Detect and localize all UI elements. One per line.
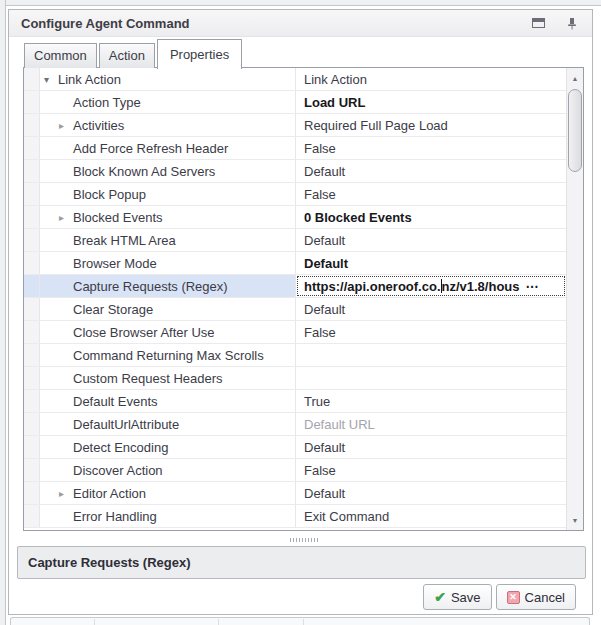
splitter-grip-icon[interactable] bbox=[290, 538, 318, 542]
property-label[interactable]: ▸Blocked Events bbox=[40, 206, 296, 228]
property-value[interactable]: Default bbox=[296, 160, 566, 182]
row-indicator bbox=[24, 68, 40, 90]
property-value[interactable]: False bbox=[296, 137, 566, 159]
tab-properties[interactable]: Properties bbox=[157, 39, 242, 69]
property-label[interactable]: ▸Activities bbox=[40, 114, 296, 136]
property-value[interactable]: True bbox=[296, 390, 566, 412]
property-value[interactable]: Default bbox=[296, 229, 566, 251]
background-window-top-edge bbox=[0, 0, 601, 6]
property-label-text: Break HTML Area bbox=[73, 233, 176, 248]
save-button[interactable]: ✔ Save bbox=[423, 584, 491, 610]
cancel-button[interactable]: ✕ Cancel bbox=[496, 584, 576, 610]
configure-agent-command-dialog: Configure Agent Command Common Action Pr… bbox=[8, 9, 593, 615]
property-row[interactable]: Action TypeLoad URL bbox=[24, 91, 566, 114]
property-row[interactable]: Add Force Refresh HeaderFalse bbox=[24, 137, 566, 160]
property-row[interactable]: Error HandlingExit Command bbox=[24, 505, 566, 528]
property-row[interactable]: Block Known Ad ServersDefault bbox=[24, 160, 566, 183]
property-label-text: Activities bbox=[73, 118, 124, 133]
property-row[interactable]: Command Returning Max Scrolls bbox=[24, 344, 566, 367]
expand-icon[interactable]: ▸ bbox=[59, 120, 73, 131]
property-row[interactable]: ▾Link ActionLink Action bbox=[24, 68, 566, 91]
row-indicator bbox=[24, 436, 40, 458]
property-value[interactable]: 0 Blocked Events bbox=[296, 206, 566, 228]
property-label[interactable]: Discover Action bbox=[40, 459, 296, 481]
property-value[interactable]: https://api.oneroof.co.nz/v1.8/hous⋯ bbox=[296, 275, 566, 297]
property-row[interactable]: Discover ActionFalse bbox=[24, 459, 566, 482]
property-value[interactable] bbox=[296, 367, 566, 389]
property-value[interactable]: Default bbox=[296, 482, 566, 504]
property-value[interactable]: Default bbox=[296, 252, 566, 274]
property-row[interactable]: Browser ModeDefault bbox=[24, 252, 566, 275]
property-label[interactable]: Add Force Refresh Header bbox=[40, 137, 296, 159]
property-label-text: Default Events bbox=[73, 394, 158, 409]
property-label[interactable]: Command Returning Max Scrolls bbox=[40, 344, 296, 366]
property-row[interactable]: ▸ActivitiesRequired Full Page Load bbox=[24, 114, 566, 137]
property-label[interactable]: DefaultUrlAttribute bbox=[40, 413, 296, 435]
property-value[interactable]: Default bbox=[296, 298, 566, 320]
property-label-text: Add Force Refresh Header bbox=[73, 141, 228, 156]
property-value[interactable]: Default bbox=[296, 436, 566, 458]
property-row[interactable]: Close Browser After UseFalse bbox=[24, 321, 566, 344]
scroll-up-icon[interactable]: ▲ bbox=[567, 70, 583, 86]
scroll-down-icon[interactable]: ▼ bbox=[567, 512, 583, 528]
property-label[interactable]: Error Handling bbox=[40, 505, 296, 527]
row-indicator bbox=[24, 206, 40, 228]
property-label[interactable]: Action Type bbox=[40, 91, 296, 113]
property-label[interactable]: Close Browser After Use bbox=[40, 321, 296, 343]
property-value[interactable]: False bbox=[296, 459, 566, 481]
tab-action[interactable]: Action bbox=[99, 43, 155, 68]
property-label[interactable]: Default Events bbox=[40, 390, 296, 412]
background-window-left-edge bbox=[0, 0, 6, 625]
property-value[interactable]: False bbox=[296, 183, 566, 205]
property-label[interactable]: Detect Encoding bbox=[40, 436, 296, 458]
property-row[interactable]: ▸Blocked Events0 Blocked Events bbox=[24, 206, 566, 229]
pin-icon[interactable] bbox=[564, 16, 580, 30]
expand-icon[interactable]: ▸ bbox=[59, 212, 73, 223]
property-label[interactable]: ▾Link Action bbox=[40, 68, 296, 90]
tab-common[interactable]: Common bbox=[24, 43, 97, 68]
scrollbar-thumb[interactable] bbox=[568, 89, 582, 172]
property-value[interactable]: Exit Command bbox=[296, 505, 566, 527]
property-label[interactable]: ▸Editor Action bbox=[40, 482, 296, 504]
save-check-icon: ✔ bbox=[434, 590, 446, 604]
property-label[interactable]: Custom Request Headers bbox=[40, 367, 296, 389]
property-value[interactable]: Required Full Page Load bbox=[296, 114, 566, 136]
property-row[interactable]: Capture Requests (Regex)https://api.oner… bbox=[24, 275, 566, 298]
property-label-text: Editor Action bbox=[73, 486, 146, 501]
property-label[interactable]: Clear Storage bbox=[40, 298, 296, 320]
property-value[interactable]: Link Action bbox=[296, 68, 566, 90]
property-row[interactable]: Detect EncodingDefault bbox=[24, 436, 566, 459]
row-indicator bbox=[24, 505, 40, 527]
property-row[interactable]: DefaultUrlAttributeDefault URL bbox=[24, 413, 566, 436]
property-label-text: Close Browser After Use bbox=[73, 325, 215, 340]
property-row[interactable]: Clear StorageDefault bbox=[24, 298, 566, 321]
property-value[interactable] bbox=[296, 344, 566, 366]
property-label-text: Blocked Events bbox=[73, 210, 163, 225]
property-row[interactable]: ▸Editor ActionDefault bbox=[24, 482, 566, 505]
property-label[interactable]: Block Known Ad Servers bbox=[40, 160, 296, 182]
property-row[interactable]: Default EventsTrue bbox=[24, 390, 566, 413]
property-value[interactable]: Default URL bbox=[296, 413, 566, 435]
property-label[interactable]: Block Popup bbox=[40, 183, 296, 205]
row-indicator bbox=[24, 390, 40, 412]
property-label[interactable]: Browser Mode bbox=[40, 252, 296, 274]
property-value[interactable]: Load URL bbox=[296, 91, 566, 113]
property-label-text: Custom Request Headers bbox=[73, 371, 223, 386]
background-window-bottom-edge bbox=[10, 617, 590, 625]
row-indicator bbox=[24, 91, 40, 113]
collapse-icon[interactable]: ▾ bbox=[44, 74, 58, 85]
dialog-buttons: ✔ Save ✕ Cancel bbox=[423, 584, 576, 610]
property-row[interactable]: Block PopupFalse bbox=[24, 183, 566, 206]
property-row[interactable]: Custom Request Headers bbox=[24, 367, 566, 390]
row-indicator bbox=[24, 275, 40, 297]
vertical-scrollbar[interactable]: ▲ ▼ bbox=[566, 68, 583, 530]
property-label-text: Error Handling bbox=[73, 509, 157, 524]
property-label[interactable]: Capture Requests (Regex) bbox=[40, 275, 296, 297]
expand-icon[interactable]: ▸ bbox=[59, 488, 73, 499]
property-label[interactable]: Break HTML Area bbox=[40, 229, 296, 251]
property-row[interactable]: Break HTML AreaDefault bbox=[24, 229, 566, 252]
panel-splitter[interactable] bbox=[23, 532, 584, 545]
property-value[interactable]: False bbox=[296, 321, 566, 343]
row-indicator bbox=[24, 160, 40, 182]
maximize-icon[interactable] bbox=[530, 16, 546, 30]
